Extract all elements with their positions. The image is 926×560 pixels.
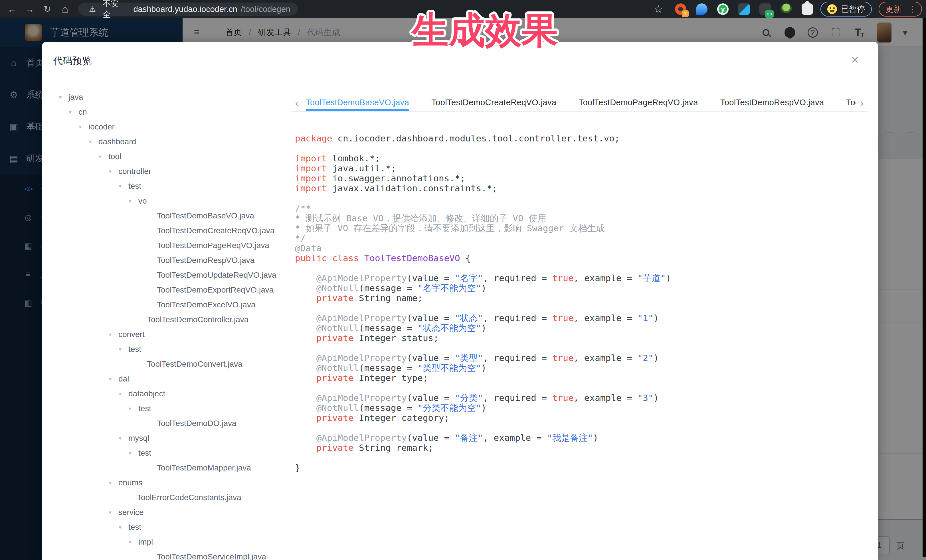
drop-extension-icon[interactable] [696,3,708,15]
tree-folder[interactable]: test [54,446,291,460]
tree-file[interactable]: ToolTestDemoBaseVO.java [54,208,291,223]
tree-caret-icon[interactable] [119,524,129,531]
tree-folder[interactable]: dashboard [54,134,291,149]
code-line: import lombok.*; [295,153,867,163]
tab-ToolTestDemoBaseVO.java[interactable]: ToolTestDemoBaseVO.java [306,94,409,111]
tab-ToolTestDemoPageReqVO.java[interactable]: ToolTestDemoPageReqVO.java [579,94,698,111]
tree-node-label: ToolTestDemoDO.java [157,419,236,428]
tree-caret-icon[interactable] [119,435,129,442]
code-line: @NotNull(message = "名字不能为空") [295,283,867,293]
tree-folder[interactable]: dal [54,371,291,386]
tree-node-label: controller [118,167,151,176]
tree-caret-icon[interactable] [59,94,68,101]
tree-folder[interactable]: java [54,90,291,105]
tree-file[interactable]: ToolTestDemoDO.java [54,416,291,431]
tabs-scroll-left-icon[interactable] [291,94,303,112]
tree-caret-icon[interactable] [119,183,129,190]
tree-caret-icon[interactable] [129,405,138,412]
tree-folder[interactable]: dataobject [54,386,291,401]
address-bar[interactable]: 不安全 dashboard.yudao.iocoder.cn/tool/code… [78,3,298,16]
green-y-extension-icon[interactable]: y [717,3,729,15]
reload-icon[interactable] [41,2,54,16]
tree-caret-icon[interactable] [129,539,138,545]
code-line: private Integer category; [295,413,867,423]
code-line: */ [295,233,867,243]
tree-file[interactable]: ToolTestDemoPageReqVO.java [54,238,291,253]
tree-caret-icon[interactable] [109,376,118,382]
tree-caret-icon[interactable] [109,509,118,516]
tab-ToolTestDemoCreateReqVO.java[interactable]: ToolTestDemoCreateReqVO.java [431,94,556,111]
tree-caret-icon[interactable] [129,450,138,456]
tree-folder[interactable]: impl [54,534,291,549]
code-line: * 如果子 VO 存在差异的字段，请不要添加到这里，影响 Swagger 文档生… [295,223,867,233]
tree-folder[interactable]: vo [54,193,291,208]
tree-node-label: dashboard [98,137,136,146]
code-line: * 测试示例 Base VO，提供给添加、修改、详细的子 VO 使用 [295,213,867,223]
bookmark-star-icon[interactable] [652,2,665,16]
tree-file[interactable]: ToolTestDemoCreateReqVO.java [54,223,291,238]
tree-node-label: ToolTestDemoServiceImpl.java [157,552,266,560]
code-line: import java.util.*; [295,163,867,174]
code-line [295,383,867,393]
code-content: package cn.iocoder.dashboard.modules.too… [291,133,867,473]
code-line: @NotNull(message = "状态不能为空") [295,323,867,333]
update-button[interactable]: 更新 [879,2,922,17]
tree-folder[interactable]: test [54,401,291,416]
tree-caret-icon[interactable] [79,124,88,130]
tree-file[interactable]: ToolTestDemoExportReqVO.java [54,282,291,297]
tree-caret-icon[interactable] [119,390,129,397]
tree-folder[interactable]: convert [54,327,291,342]
code-line: import io.swagger.annotations.*; [295,174,867,183]
squares-extension-icon[interactable] [738,3,750,15]
forward-icon[interactable] [23,2,36,16]
tree-node-label: service [118,508,144,517]
tree-caret-icon[interactable] [109,168,118,175]
code-line: import javax.validation.constraints.*; [295,183,867,193]
tree-caret-icon[interactable] [69,109,79,115]
tree-file[interactable]: ToolTestDemoConvert.java [54,357,291,371]
tree-folder[interactable]: controller [54,164,291,179]
tree-caret-icon[interactable] [129,198,138,204]
tree-folder[interactable]: service [54,505,291,520]
tree-node-label: test [129,523,141,532]
tampermonkey-extension-icon[interactable]: on [760,3,771,15]
plant-extension-icon[interactable] [781,3,792,15]
tree-node-label: mysql [129,434,149,443]
browser-home-icon[interactable] [58,2,72,16]
tree-caret-icon[interactable] [99,153,108,160]
warning-icon [86,2,99,16]
tree-file[interactable]: ToolTestDemoRespVO.java [54,253,291,268]
tree-folder[interactable]: test [54,179,291,193]
code-line [295,423,867,433]
code-line: package cn.iocoder.dashboard.modules.too… [295,133,867,143]
tree-file[interactable]: ToolTestDemoUpdateReqVO.java [54,268,291,282]
tree-caret-icon[interactable] [119,346,129,353]
tree-file[interactable]: ToolTestDemoExcelVO.java [54,297,291,312]
tree-file[interactable]: ToolTestDemoServiceImpl.java [54,549,291,560]
tree-folder[interactable]: iocoder [54,119,291,134]
tree-file[interactable]: ToolTestDemoController.java [54,312,291,327]
tree-folder[interactable]: tool [54,149,291,164]
tree-folder[interactable]: enums [54,475,291,490]
browser-menu-icon[interactable] [905,2,919,16]
tree-file[interactable]: ToolTestDemoMapper.java [54,460,291,475]
tabs-scroll-right-icon[interactable] [856,94,867,112]
security-label[interactable]: 不安全 [103,0,120,20]
tree-caret-icon[interactable] [89,138,98,145]
tree-folder[interactable]: test [54,342,291,357]
tree-caret-icon[interactable] [109,331,118,338]
code-line: private Integer status; [295,333,867,343]
tree-folder[interactable]: mysql [54,431,291,446]
tab-ToolTestDemoRespVO.java[interactable]: ToolTestDemoRespVO.java [720,94,824,111]
close-icon[interactable] [847,51,863,68]
tree-caret-icon[interactable] [109,479,118,486]
tree-file[interactable]: ToolErrorCodeConstants.java [54,490,291,505]
paused-badge[interactable]: 已暂停 [820,2,872,17]
tree-folder[interactable]: test [54,520,291,534]
tree-folder[interactable]: cn [54,105,291,119]
tree-node-label: java [68,93,83,102]
back-icon[interactable] [5,2,19,16]
extensions-puzzle-icon[interactable] [802,3,813,15]
file-tree: javacniocoderdashboardtoolcontrollertest… [54,90,291,560]
ubuntu-extension-icon[interactable]: 1 [675,3,686,15]
